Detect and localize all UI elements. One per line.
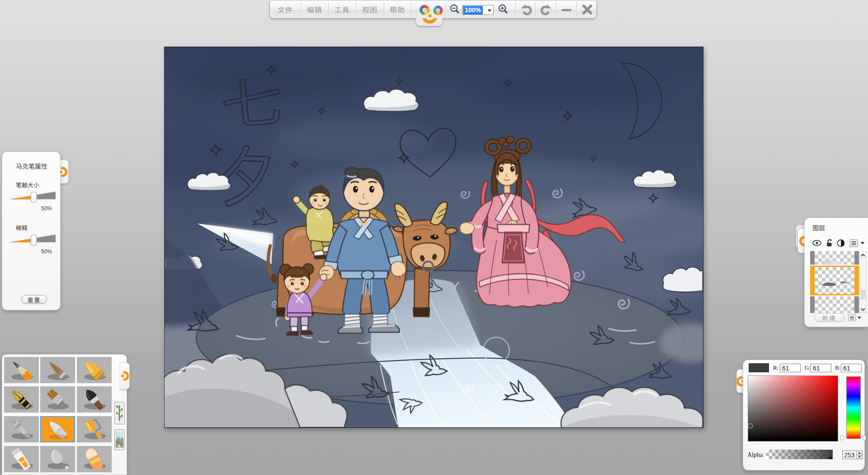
alpha-value-box: 253 <box>842 451 863 459</box>
brush-size-slider-track <box>9 191 56 204</box>
dilution-label: 稀释 <box>16 223 60 232</box>
layer-item-top[interactable] <box>810 251 859 265</box>
brush-tool-eraser[interactable] <box>77 446 112 472</box>
alpha-value: 253 <box>844 451 854 459</box>
alpha-spin-down[interactable] <box>856 455 862 459</box>
minimize-icon <box>560 3 573 16</box>
zoom-dropdown-caret[interactable] <box>488 10 491 12</box>
layer-item-bottom[interactable] <box>810 296 859 313</box>
layers-scrollbar[interactable] <box>859 251 867 313</box>
b-input[interactable] <box>841 364 862 372</box>
new-layer-button[interactable]: 新建 <box>814 313 844 322</box>
flat-brush-icon <box>40 386 75 413</box>
layer-menu-icon[interactable] <box>850 240 858 247</box>
brush-tool-ink-brush[interactable] <box>77 386 112 413</box>
brush-size-slider[interactable] <box>9 191 55 204</box>
airbrush-icon <box>4 416 39 442</box>
current-color-swatch <box>749 363 769 372</box>
b-label: B: <box>835 364 840 371</box>
dilution-slider[interactable] <box>9 234 55 247</box>
sketch-char-xi: 夕 <box>217 123 277 222</box>
reset-button[interactable]: 重置 <box>21 295 47 304</box>
saturation-value-field[interactable] <box>748 375 838 442</box>
layer-blend-icon[interactable] <box>838 240 844 247</box>
water-brush-icon <box>40 446 75 472</box>
brush-tool-marker-pen[interactable] <box>40 416 75 442</box>
brush-tool-paint-tube[interactable] <box>4 446 39 472</box>
brush-tool-fountain-pen[interactable] <box>4 386 39 413</box>
brush-tool-pencil[interactable] <box>4 357 39 383</box>
menu-view[interactable]: 视图 <box>356 1 384 18</box>
zoom-in-icon <box>497 4 509 15</box>
layers-panel: 图层 <box>804 218 868 327</box>
zoom-out-icon <box>449 4 461 15</box>
alpha-marker[interactable] <box>828 456 833 459</box>
alpha-slider[interactable] <box>766 450 833 459</box>
zoom-in-button[interactable] <box>496 1 510 18</box>
menu-tools[interactable]: 工具 <box>328 1 356 18</box>
fountain-pen-icon <box>4 386 39 413</box>
layers-list <box>810 251 859 313</box>
pencil-icon <box>4 357 39 383</box>
sv-cursor[interactable] <box>748 423 753 428</box>
canvas-artwork[interactable]: 七 夕 <box>164 47 703 428</box>
marker-pen-icon <box>41 417 74 442</box>
layer-visibility-icon[interactable] <box>813 240 821 245</box>
undo-button[interactable] <box>517 1 535 18</box>
r-label: R: <box>773 364 778 371</box>
menu-edit[interactable]: 编辑 <box>301 1 328 18</box>
redo-button[interactable] <box>537 1 555 18</box>
brush-tool-airbrush[interactable] <box>4 416 39 442</box>
brush-palette-panel <box>2 354 127 475</box>
zoom-level-combobox[interactable]: 100% <box>462 5 494 15</box>
color-picker-panel: R: G: B: Alpha 253 <box>743 360 865 470</box>
landscape-icon <box>115 430 124 450</box>
paint-tube-icon <box>4 446 39 472</box>
brush-tool-crayon[interactable] <box>77 357 112 383</box>
hue-marker-left[interactable] <box>841 435 844 441</box>
scroll-thumb[interactable] <box>860 290 866 299</box>
brush-palette-tab[interactable] <box>120 362 130 390</box>
bamboo-icon <box>115 402 124 424</box>
hue-strip[interactable] <box>846 376 861 439</box>
close-icon <box>580 3 594 16</box>
undo-icon <box>519 3 533 16</box>
charcoal-pen-icon <box>40 357 75 383</box>
scroll-up-button[interactable] <box>860 252 866 258</box>
layer-item-selected[interactable] <box>810 266 859 295</box>
brush-size-label: 笔触大小 <box>16 180 60 189</box>
brush-tool-charcoal-pen[interactable] <box>40 357 75 383</box>
texture-tool-landscape[interactable] <box>114 429 125 450</box>
brush-size-value: 50% <box>2 205 52 212</box>
menu-help[interactable]: 帮助 <box>384 1 411 18</box>
painting-qixi-scene: 七 夕 <box>165 47 703 428</box>
alpha-label: Alpha <box>747 451 763 459</box>
brush-tool-flat-brush[interactable] <box>40 386 75 413</box>
brush-tool-paint-roller[interactable] <box>77 416 112 442</box>
layers-bottom-menu-icon[interactable] <box>848 314 856 321</box>
r-input[interactable] <box>780 364 801 372</box>
redo-icon <box>539 3 553 16</box>
boy-robe <box>306 207 334 242</box>
panel-handle-icon <box>120 363 129 389</box>
close-button[interactable] <box>578 1 597 18</box>
dilution-slider-track <box>9 234 56 247</box>
zoom-out-button[interactable] <box>448 1 462 18</box>
layers-panel-title: 图层 <box>812 223 868 232</box>
weaver-sash <box>497 224 530 233</box>
alpha-spin-up[interactable] <box>856 451 862 455</box>
g-input[interactable] <box>811 364 831 372</box>
menu-file[interactable]: 文件 <box>270 1 301 18</box>
minimize-button[interactable] <box>557 1 576 18</box>
scroll-down-button[interactable] <box>860 306 866 313</box>
texture-tool-bamboo[interactable] <box>114 402 125 424</box>
eraser-icon <box>77 446 112 472</box>
app-logo-tab[interactable] <box>415 18 443 26</box>
layers-bottom-menu-caret[interactable] <box>858 317 861 319</box>
ink-brush-icon <box>77 386 112 413</box>
layer-menu-caret[interactable] <box>861 242 864 244</box>
brush-tool-water-brush[interactable] <box>40 446 75 472</box>
layer-lock-icon[interactable] <box>827 240 832 247</box>
hue-marker-right[interactable] <box>862 435 866 441</box>
marker-panel-title: 马克笔属性 <box>16 162 60 171</box>
